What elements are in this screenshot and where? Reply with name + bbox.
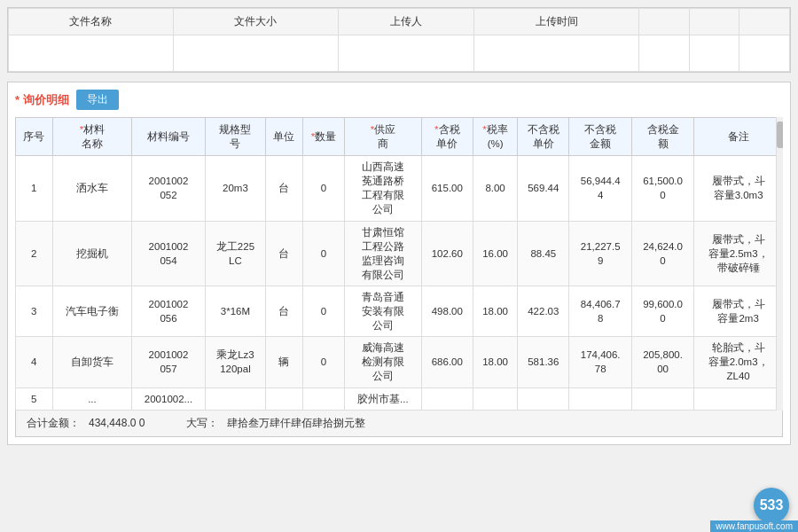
table-row[interactable]: 5...2001002...胶州市基...: [16, 387, 783, 410]
cell-tax-price: 686.00: [421, 337, 473, 387]
total-value: 434,448.0 0: [89, 417, 160, 429]
cell-tax-rate: 18.00: [473, 286, 517, 336]
th-material-code: 材料编号: [132, 118, 206, 156]
cell-remark: 轮胎式，斗容量2.0m3，ZL40: [694, 337, 783, 387]
cell-supplier: 青岛音通安装有限公司: [345, 286, 422, 336]
file-row-cell1: [9, 35, 174, 72]
cell-remark: 履带式，斗容量3.0m3: [694, 156, 783, 221]
table-row[interactable]: 3汽车电子衡20010020563*16M台0青岛音通安装有限公司498.001…: [16, 286, 783, 336]
chat-icon[interactable]: 533: [754, 488, 789, 523]
cell-index: 4: [16, 337, 53, 387]
th-tax-rate: *税率(%): [473, 118, 517, 156]
file-row-cell5: [639, 35, 690, 72]
cell-unit: 台: [266, 221, 303, 286]
table-row[interactable]: 4自卸货车2001002057乘龙Lz3120pal辆0威海高速检测有限公司68…: [16, 337, 783, 387]
col-filesize: 文件大小: [173, 9, 338, 35]
inquiry-section: * 询价明细 导出 序号 *材料名称 材料编号 规格型号 单位 *数量 *供应商…: [7, 82, 791, 445]
chat-count: 533: [760, 497, 784, 513]
col-extra1: [639, 9, 690, 35]
cell-material-name: 自卸货车: [52, 337, 132, 387]
cell-tax-price: 102.60: [421, 221, 473, 286]
table-row[interactable]: 1洒水车200100205220m3台0山西高速莬通路桥工程有限公司615.00…: [16, 156, 783, 221]
table-wrapper: 序号 *材料名称 材料编号 规格型号 单位 *数量 *供应商 *含税单价 *税率…: [15, 117, 783, 411]
cell-remark: [694, 387, 783, 410]
cell-spec-model: 3*16M: [205, 286, 265, 336]
cell-remark: 履带式，斗容量2.5m3，带破碎锤: [694, 221, 783, 286]
cell-spec-model: 乘龙Lz3120pal: [205, 337, 265, 387]
cell-material-code: 2001002...: [132, 387, 206, 410]
table-row[interactable]: 2挖掘机2001002054龙工225LC台0甘肃恒馆工程公路监理咨询有限公司1…: [16, 221, 783, 286]
th-remark: 备注: [694, 118, 783, 156]
th-supplier: *供应商: [345, 118, 422, 156]
cell-tax-amount: 205,800.00: [631, 337, 693, 387]
cell-spec-model: 龙工225LC: [205, 221, 265, 286]
th-ex-tax-amount: 不含税金额: [569, 118, 631, 156]
cell-ex-tax-amount: 21,227.59: [569, 221, 631, 286]
cell-ex-tax-price: 581.36: [518, 337, 569, 387]
cell-quantity: 0: [302, 156, 344, 221]
th-tax-price: *含税单价: [421, 118, 473, 156]
cell-material-name: 洒水车: [52, 156, 132, 221]
inquiry-header: * 询价明细 导出: [15, 90, 783, 110]
cell-quantity: [302, 387, 344, 410]
th-unit: 单位: [266, 118, 303, 156]
col-extra3: [739, 9, 790, 35]
file-row-cell6: [689, 35, 739, 72]
cell-index: 1: [16, 156, 53, 221]
cell-material-code: 2001002057: [132, 337, 206, 387]
logo-text: www.fanpusoft.com: [716, 521, 793, 531]
cell-index: 5: [16, 387, 53, 410]
cell-supplier: 威海高速检测有限公司: [345, 337, 422, 387]
cell-ex-tax-price: 422.03: [518, 286, 569, 336]
file-section: 文件名称 文件大小 上传人 上传时间: [7, 7, 791, 73]
cell-tax-rate: [473, 387, 517, 410]
big-value: 肆拾叁万肆仟肆佰肆拾捌元整: [227, 416, 365, 431]
cell-index: 3: [16, 286, 53, 336]
logo-bar: www.fanpusoft.com: [710, 520, 798, 532]
scrollbar-track[interactable]: [776, 117, 783, 411]
cell-tax-amount: 24,624.00: [631, 221, 693, 286]
cell-unit: 辆: [266, 337, 303, 387]
cell-ex-tax-amount: 56,944.44: [569, 156, 631, 221]
col-uploadtime: 上传时间: [474, 9, 639, 35]
cell-quantity: 0: [302, 221, 344, 286]
export-button[interactable]: 导出: [76, 90, 119, 110]
cell-spec-model: [205, 387, 265, 410]
cell-spec-model: 20m3: [205, 156, 265, 221]
data-table: 序号 *材料名称 材料编号 规格型号 单位 *数量 *供应商 *含税单价 *税率…: [15, 117, 783, 411]
cell-tax-rate: 18.00: [473, 337, 517, 387]
data-table-header-row: 序号 *材料名称 材料编号 规格型号 单位 *数量 *供应商 *含税单价 *税率…: [16, 118, 783, 156]
scrollbar-thumb[interactable]: [777, 121, 783, 148]
cell-material-name: 挖掘机: [52, 221, 132, 286]
th-spec-model: 规格型号: [205, 118, 265, 156]
cell-tax-amount: 99,600.00: [631, 286, 693, 336]
file-table-empty-row: [9, 35, 790, 72]
th-material-name: *材料名称: [52, 118, 132, 156]
file-table: 文件名称 文件大小 上传人 上传时间: [8, 8, 790, 72]
col-extra2: [689, 9, 739, 35]
th-quantity: *数量: [302, 118, 344, 156]
th-index: 序号: [16, 118, 53, 156]
cell-material-name: 汽车电子衡: [52, 286, 132, 336]
col-filename: 文件名称: [9, 9, 174, 35]
cell-unit: [266, 387, 303, 410]
cell-tax-rate: 16.00: [473, 221, 517, 286]
th-tax-amount: 含税金额: [631, 118, 693, 156]
cell-unit: 台: [266, 156, 303, 221]
cell-quantity: 0: [302, 337, 344, 387]
total-label: 合计金额：: [27, 416, 80, 431]
cell-ex-tax-amount: 84,406.78: [569, 286, 631, 336]
cell-material-name: ...: [52, 387, 132, 410]
cell-material-code: 2001002052: [132, 156, 206, 221]
cell-ex-tax-amount: 174,406.78: [569, 337, 631, 387]
file-row-cell4: [474, 35, 639, 72]
file-row-cell7: [739, 35, 790, 72]
cell-tax-amount: [631, 387, 693, 410]
cell-tax-amount: 61,500.00: [631, 156, 693, 221]
cell-ex-tax-amount: [569, 387, 631, 410]
file-table-header-row: 文件名称 文件大小 上传人 上传时间: [9, 9, 790, 35]
cell-unit: 台: [266, 286, 303, 336]
file-row-cell3: [338, 35, 474, 72]
cell-index: 2: [16, 221, 53, 286]
file-row-cell2: [173, 35, 338, 72]
